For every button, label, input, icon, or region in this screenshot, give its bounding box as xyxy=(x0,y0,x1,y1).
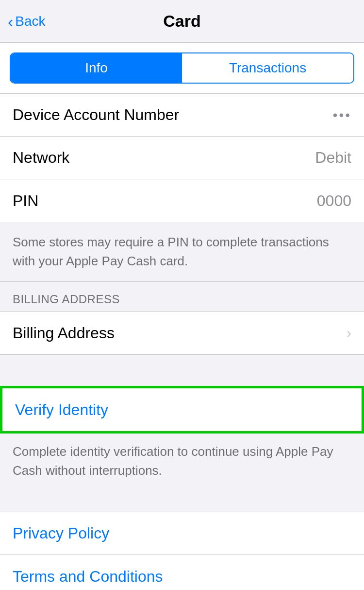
pin-row: PIN 0000 xyxy=(0,179,364,222)
privacy-policy-row[interactable]: Privacy Policy xyxy=(0,512,364,555)
device-account-number-row: Device Account Number ••• xyxy=(0,94,364,137)
tab-transactions[interactable]: Transactions xyxy=(182,53,353,83)
tab-info-label: Info xyxy=(85,60,108,76)
pin-info-text: Some stores may require a PIN to complet… xyxy=(13,235,329,268)
billing-section-header-label: BILLING ADDRESS xyxy=(13,293,120,306)
verify-identity-info-box: Complete identity verification to contin… xyxy=(0,434,364,491)
pin-label: PIN xyxy=(13,192,38,210)
back-button[interactable]: ‹ Back xyxy=(8,13,46,30)
privacy-policy-label: Privacy Policy xyxy=(13,524,109,542)
links-section: Privacy Policy Terms and Conditions xyxy=(0,512,364,590)
tab-info[interactable]: Info xyxy=(11,53,182,83)
section-spacer-1 xyxy=(0,355,364,376)
verify-identity-info-text: Complete identity verification to contin… xyxy=(13,444,333,478)
billing-section-header-container: BILLING ADDRESS xyxy=(0,282,364,311)
card-info-section: Device Account Number ••• Network Debit … xyxy=(0,94,364,222)
billing-address-label: Billing Address xyxy=(13,324,115,342)
verify-identity-highlight-box: Verify Identity xyxy=(0,386,364,434)
device-account-number-value: ••• xyxy=(333,107,351,123)
segment-control: Info Transactions xyxy=(10,52,354,84)
pin-value: 0000 xyxy=(317,192,351,210)
billing-address-section: Billing Address › xyxy=(0,311,364,355)
billing-address-row[interactable]: Billing Address › xyxy=(0,312,364,354)
segment-container: Info Transactions xyxy=(0,43,364,94)
verify-identity-section: Verify Identity Complete identity verifi… xyxy=(0,376,364,491)
verify-identity-label: Verify Identity xyxy=(15,401,108,419)
pin-info-box: Some stores may require a PIN to complet… xyxy=(0,222,364,282)
network-row: Network Debit xyxy=(0,137,364,179)
tab-transactions-label: Transactions xyxy=(229,60,306,76)
verify-identity-row[interactable]: Verify Identity xyxy=(2,388,362,431)
terms-conditions-row[interactable]: Terms and Conditions xyxy=(0,555,364,590)
back-label: Back xyxy=(15,14,45,29)
device-account-number-label: Device Account Number xyxy=(13,106,179,124)
network-label: Network xyxy=(13,149,69,167)
terms-conditions-label: Terms and Conditions xyxy=(13,568,163,586)
page-title: Card xyxy=(163,12,200,31)
nav-bar: ‹ Back Card xyxy=(0,0,364,43)
billing-address-chevron-icon: › xyxy=(347,325,351,341)
back-chevron-icon: ‹ xyxy=(8,13,13,30)
network-value: Debit xyxy=(315,149,351,167)
